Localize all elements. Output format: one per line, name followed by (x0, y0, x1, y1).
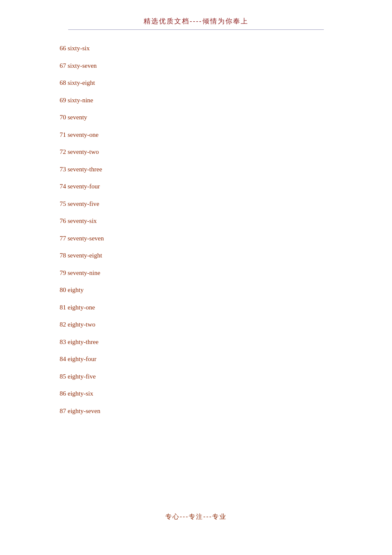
list-item: 73 seventy-three (60, 165, 332, 174)
list-item: 70 seventy (60, 113, 332, 122)
list-item: 84 eighty-four (60, 354, 332, 364)
list-item: 86 eighty-six (60, 389, 332, 399)
list-item: 87 eighty-seven (60, 406, 332, 416)
list-item: 66 sixty-six (60, 43, 332, 53)
list-item: 81 eighty-one (60, 303, 332, 312)
list-item: 83 eighty-three (60, 337, 332, 347)
header-title: 精选优质文档----倾情为你奉上 (34, 17, 358, 26)
header-divider (68, 29, 324, 30)
list-item: 68 sixty-eight (60, 78, 332, 88)
page-header: 精选优质文档----倾情为你奉上 (0, 0, 392, 35)
list-item: 79 seventy-nine (60, 268, 332, 278)
list-item: 67 sixty-seven (60, 61, 332, 71)
list-item: 80 eighty (60, 285, 332, 295)
list-item: 75 seventy-five (60, 199, 332, 209)
list-item: 77 seventy-seven (60, 234, 332, 243)
list-item: 69 sixty-nine (60, 95, 332, 105)
list-item: 71 seventy-one (60, 130, 332, 140)
list-item: 78 seventy-eight (60, 251, 332, 260)
list-item: 82 eighty-two (60, 320, 332, 330)
list-item: 72 seventy-two (60, 147, 332, 157)
list-item: 76 seventy-six (60, 216, 332, 226)
list-item: 74 seventy-four (60, 182, 332, 191)
page-footer: 专心---专注---专业 (0, 504, 392, 538)
content-area: 66 sixty-six67 sixty-seven68 sixty-eight… (0, 35, 392, 440)
list-item: 85 eighty-five (60, 372, 332, 382)
